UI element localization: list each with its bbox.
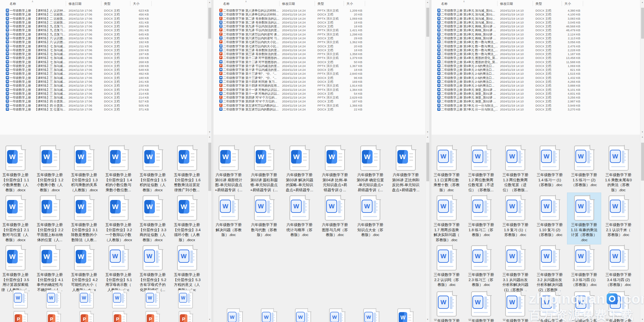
file-row[interactable]: P二年级数学下册 第二讲 有余数除法的认...2024/11/19 14:24P… [213,16,425,20]
grid-item[interactable]: W六年级数学下册 数与代数（苏教 版）.doc [247,193,281,239]
column-header-name[interactable]: 名称 [10,2,16,6]
file-row[interactable]: P二年级数学下册 第四讲 对“8”个方位的...2024/11/19 14:24… [213,95,425,99]
file-row[interactable]: W一年级数学上册【课时练】二 比较第...2024/11/19 17:06DOC… [0,12,207,16]
grid-item[interactable]: W五年级数学上册 【分层作业】1.4 积的小数位数与 乘数小数位数... [102,143,135,194]
grid-item[interactable]: W六年级数学下册 第06讲 正比例和 反比例-单元知识 盘点+易错题专... [389,143,422,194]
file-row[interactable]: P二年级数学下册 第六讲万以内的读写 课...2024/11/19 14:24P… [213,32,425,36]
list-scrollbar[interactable]: ▲▼ [207,0,211,135]
file-row[interactable]: W二年级数学上册 第5单元 2-5的乘法口...2024/11/19 14:10… [431,80,639,83]
grid-item[interactable]: W三年级数学下册 1.2 两位数乘两 位数笔算（不进 位）（苏教版... [464,143,498,194]
grid-scrollbar[interactable]: ▲▼ [640,135,644,322]
grid-item[interactable]: W五年级数学上册 【分层作业】3.2 一个数除以小数 （人教版）.docx [102,193,135,244]
grid-item[interactable]: W六年级数学下册 第02讲 圆柱和圆 锥-单元知识盘点 +易错题专训（... [247,143,281,194]
grid-item[interactable]: W三年级数学下册 1.8 练习二（苏 教版）.doc [464,193,498,239]
file-row[interactable]: W二年级数学下册 第三讲 有余数除法的竖...2024/11/19 14:24D… [213,48,425,52]
file-row[interactable]: W二年级数学上册 第2单元 购物_第01讲 ...2024/11/19 14:1… [431,28,639,32]
file-row[interactable]: P二年级数学下册 第十三讲“时”、“分、”...2024/11/19 14:24… [213,71,425,75]
grid-item[interactable]: W六年级数学下册 知识点大全（苏 教版）.doc [354,193,387,239]
list-scrollbar[interactable]: ▲▼ [640,0,644,135]
file-row[interactable]: W二年级数学上册 第1单元 加与减_第01...2024/11/19 14:10… [431,8,639,12]
scroll-up-arrow-icon[interactable]: ▲ [426,135,429,139]
column-header-type[interactable]: 类型 [317,2,324,6]
grid-item-partial[interactable]: W [329,308,345,322]
file-row[interactable]: W一年级数学上册【课时练】二 比较第...2024/11/19 17:06DOC… [0,16,207,20]
scroll-up-arrow-icon[interactable]: ▲ [640,135,644,139]
file-row[interactable]: W二年级数学上册 第7单元 分一分与除法_...2024/11/19 14:10… [431,103,639,107]
file-row[interactable]: W二年级数学上册 第7单元 分一分与除法_...2024/11/19 14:10… [431,107,639,111]
grid-item[interactable]: W六年级数学下册 图形与几何（苏 教版）.doc [318,193,352,239]
grid-item-partial[interactable]: W [227,308,243,322]
grid-item[interactable]: W三年级数学下册 2.1 认识千米（ 苏教版）.doc [602,193,635,239]
grid-item[interactable]: W六年级数学下册 第03讲 解决问题 的策略-单元知识 盘点+易错题专... [283,143,316,194]
grid-item-partial[interactable]: W [295,308,311,322]
file-row[interactable]: W二年级数学上册 第5单元 2-5的乘法口...2024/11/19 14:10… [431,64,639,68]
grid-item-partial[interactable]: P [146,311,160,322]
file-row[interactable]: W一年级数学上册【课时练】八 认识钟...2024/11/19 17:06DOC… [0,8,207,12]
scroll-up-arrow-icon[interactable]: ▲ [426,0,429,5]
scroll-up-arrow-icon[interactable]: ▲ [208,0,211,5]
grid-item[interactable]: W三年级数学下册 2.2 认识吨（苏 教版）.doc [431,243,463,289]
column-header-name[interactable]: 名称 [441,2,448,6]
grid-item[interactable]: W五年级数学上册 【分层作业】3.1 除数是整数的小 数除法（人教... [67,193,101,244]
file-row[interactable]: W一年级数学上册【课时练】二 比较第...2024/11/19 17:06DOC… [0,20,207,24]
grid-item[interactable]: W三年级数学下册 3.4 练习四 (2) （苏教版）.doc [602,243,635,289]
grid-item[interactable]: W五年级数学上册 【分层作业】2.1 数对与位置（人 教版）.docx [0,193,32,244]
column-header-date[interactable]: 修改日期 [69,2,81,6]
grid-item[interactable]: W六年级数学下册 第05讲 确定位置 -单元知识盘点+ 易错题专训（... [354,143,387,194]
file-row[interactable]: W一年级数学上册【课时练】九 总复习...2024/11/19 17:06DOC… [0,24,207,28]
grid-item[interactable]: W六年级数学下册 解决问题（苏教 版）.doc [213,193,245,239]
scroll-down-arrow-icon[interactable]: ▼ [640,130,644,134]
file-row[interactable]: W一年级数学上册【课时练】七 加与减...2024/11/19 17:06DOC… [0,56,207,60]
file-row[interactable]: W一年级数学上册【课时练】四 分类第...2024/11/19 17:06DOC… [0,103,207,107]
file-row[interactable]: P二年级数学下册 第十二讲 对平面图形的...2024/11/19 14:24P… [213,56,425,60]
file-row[interactable]: W二年级数学上册 第3单元 数一数与乘法_...2024/11/19 14:10… [431,44,639,48]
grid-item-partial[interactable]: P [14,311,28,322]
grid-item[interactable]: W六年级数学下册 统计与概率（苏 教版）.doc [283,193,316,239]
file-row[interactable]: W一年级数学上册【课时练】六 认识图...2024/11/19 17:06DOC… [0,36,207,40]
grid-item-partial[interactable]: W三年级数学下册 [505,291,525,322]
file-row[interactable]: W一年级数学上册【课时练】三 加与减...2024/11/19 17:06DOC… [0,88,207,91]
column-header-type[interactable]: 类型 [535,2,542,6]
grid-item-partial[interactable]: W三年级数学下册 [437,291,457,322]
file-row[interactable]: W二年级数学上册 第5单元 2-5的乘法口...2024/11/19 14:10… [431,76,639,80]
column-header-type[interactable]: 类型 [104,2,110,6]
file-row[interactable]: W二年级数学下册 第九讲 千以内加法的竖...2024/11/19 14:24D… [213,24,425,28]
grid-item[interactable]: W三年级数学下册 1.5 练习一 (2) （苏教版）.doc [567,143,601,189]
file-row[interactable]: W二年级数学下册 第五讲万以内的数的认...2024/11/19 14:24DO… [213,107,425,111]
file-row[interactable]: W二年级数学上册 第3单元 数一数与乘法_...2024/11/19 14:10… [431,52,639,56]
file-row[interactable]: W一年级数学上册【课时练】四 分类第...2024/11/19 17:06DOC… [0,99,207,103]
grid-item[interactable]: W三年级数学下册 2.3 练习三（苏 教版）.doc [464,243,498,289]
file-row[interactable]: W一年级数学上册【课时练】六 认识图...2024/11/19 17:06DOC… [0,40,207,44]
column-header-size[interactable]: 大小 [133,2,139,6]
grid-item-partial[interactable]: P [112,311,127,322]
file-row[interactable]: P二年级数学下册 第九讲 千以内加法的竖...2024/11/19 14:24P… [213,28,425,32]
grid-item-partial[interactable]: W三年级数学下册 [540,291,560,322]
file-row[interactable]: W二年级数学上册 第1单元 加与减_第02...2024/11/19 14:10… [431,20,639,24]
scroll-down-arrow-icon[interactable]: ▼ [426,317,429,322]
file-row[interactable]: W一年级数学上册【课时练】七 加与减...2024/11/19 17:06DOC… [0,48,207,52]
column-header-date[interactable]: 修改日期 [282,2,295,6]
file-row[interactable]: W二年级数学上册 第1单元 加与减_第02...2024/11/19 14:10… [431,16,639,20]
scroll-up-arrow-icon[interactable]: ▲ [208,135,211,139]
grid-item[interactable]: W五年级数学上册 【分层作业】2.2 平面图上标出物 体的位置（人... [33,193,67,244]
scroll-down-arrow-icon[interactable]: ▼ [208,317,211,322]
grid-item-partial[interactable]: W [261,308,277,322]
file-row[interactable]: W二年级数学下册 第八讲单位的认识和转...2024/11/19 14:24DO… [213,12,425,16]
file-row[interactable]: P二年级数学下册 第五讲对万以内数的认...2024/11/19 14:24PP… [213,103,425,107]
grid-item[interactable]: W五年级数学上册 【分层作业】5.3 方程的意义（人 教版）.doc [170,243,204,294]
grid-item-partial[interactable]: W [79,290,94,308]
grid-item-partial[interactable]: W [112,290,127,308]
grid-item-partial[interactable]: W [178,290,193,308]
column-header-name[interactable]: 名称 [223,2,230,6]
scroll-down-arrow-icon[interactable]: ▼ [426,130,429,134]
file-row[interactable]: W二年级数学上册 第4单元 图形的变化_第...2024/11/19 14:10… [431,56,639,60]
scroll-down-arrow-icon[interactable]: ▼ [208,130,211,134]
scrollbar-thumb[interactable] [426,143,429,181]
grid-item[interactable]: W三年级数学下册 1.3 两位数乘两 位数笔算（进 位）（苏教版... [498,143,532,194]
file-row[interactable]: W二年级数学上册 第5单元 2-5的乘法口...2024/11/19 14:10… [431,71,639,75]
file-row[interactable]: W二年级数学下册 第六讲万以内的读写 习...2024/11/19 14:24D… [213,36,425,40]
file-row[interactable]: W二年级数学上册 第4单元 图形的变化_第...2024/11/19 14:10… [431,60,639,64]
file-row[interactable]: W二年级数学下册 第十讲 千以内减法的竖...2024/11/19 14:24D… [213,68,425,71]
grid-item-partial[interactable]: P [80,311,94,322]
grid-item-partial[interactable]: W三年级数学下册 [609,291,629,322]
